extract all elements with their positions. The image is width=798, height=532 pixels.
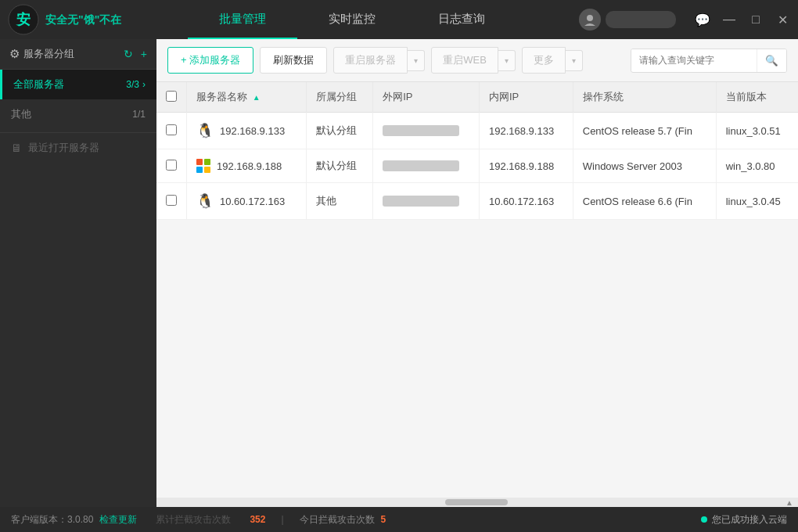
all-servers-arrow: › [142, 79, 146, 90]
refresh-data-button[interactable]: 刷新数据 [260, 47, 327, 74]
row-checkbox[interactable] [166, 195, 177, 206]
svg-text:安: 安 [16, 11, 31, 27]
other-group-label: 其他 [11, 107, 31, 121]
minimize-button[interactable]: — [721, 13, 737, 27]
today-attack-label: 今日拦截攻击次数 [300, 513, 375, 527]
more-button[interactable]: 更多 [522, 47, 566, 74]
row-lan-ip: 192.168.9.133 [480, 113, 573, 149]
row-server-name: 192.168.9.188 [187, 149, 307, 183]
divider-bar: | [281, 514, 283, 525]
th-lan-ip: 内网IP [480, 82, 573, 113]
row-version: linux_3.0.45 [716, 183, 798, 220]
linux-icon: 🐧 [196, 192, 214, 210]
content-area: + 添加服务器 刷新数据 重启服务器 ▾ 重启WEB ▾ 更多 ▾ 🔍 [156, 39, 798, 507]
th-version: 当前版本 [716, 82, 798, 113]
search-box: 🔍 [631, 49, 787, 73]
client-version: 客户端版本：3.0.80 [11, 513, 93, 527]
scroll-up-arrow[interactable]: ▲ [785, 498, 793, 507]
row-checkbox-cell [156, 113, 187, 149]
server-group-icon: ⚙ [9, 47, 20, 61]
row-wan-ip: 000.000.000.000 [373, 113, 480, 149]
status-left: 客户端版本：3.0.80 检查更新 累计拦截攻击次数 352 | 今日拦截攻击次… [11, 513, 386, 527]
maximize-button[interactable]: □ [748, 13, 764, 27]
app-logo-icon: 安 [8, 4, 39, 35]
row-server-name: 🐧192.168.9.133 [187, 113, 307, 149]
toolbar: + 添加服务器 刷新数据 重启服务器 ▾ 重启WEB ▾ 更多 ▾ 🔍 [156, 39, 798, 82]
monitor-icon: 🖥 [11, 142, 22, 154]
sidebar-item-all-servers[interactable]: 全部服务器 3/3 › [0, 70, 156, 99]
total-attack-count: 352 [250, 514, 265, 525]
linux-icon: 🐧 [196, 122, 214, 139]
row-checkbox[interactable] [166, 124, 177, 135]
status-right: 您已成功接入云端 [701, 513, 787, 527]
windows-icon [196, 159, 210, 173]
reboot-server-dropdown[interactable]: ▾ [408, 50, 425, 71]
row-group: 默认分组 [306, 149, 372, 183]
title-right: 💬 — □ ✕ [579, 9, 790, 31]
th-checkbox [156, 82, 187, 113]
row-lan-ip: 10.60.172.163 [480, 183, 573, 220]
all-servers-label: 全部服务器 [13, 77, 64, 92]
more-dropdown[interactable]: ▾ [566, 50, 583, 71]
all-servers-count: 3/3 › [126, 79, 146, 90]
check-update-link[interactable]: 检查更新 [99, 513, 137, 527]
chat-button[interactable]: 💬 [695, 13, 710, 27]
th-group: 所属分组 [306, 82, 372, 113]
tab-batch-manage[interactable]: 批量管理 [188, 1, 297, 39]
row-wan-ip: 000.000.000.000 [373, 149, 480, 183]
add-group-button[interactable]: + [141, 48, 147, 60]
add-server-button[interactable]: + 添加服务器 [167, 47, 253, 74]
other-group-count: 1/1 [132, 109, 146, 120]
row-checkbox[interactable] [166, 160, 177, 171]
app-logo-text: 安全无"饿"不在 [45, 13, 121, 27]
row-checkbox-cell [156, 183, 187, 220]
sidebar-recent-servers[interactable]: 🖥 最近打开服务器 [0, 132, 156, 163]
recent-servers-label: 最近打开服务器 [28, 141, 99, 155]
avatar [579, 9, 601, 31]
user-area [579, 9, 676, 31]
select-all-checkbox[interactable] [166, 91, 177, 102]
table-row: 🐧192.168.9.133默认分组000.000.000.000192.168… [156, 113, 798, 149]
th-wan-ip: 外网IP [373, 82, 480, 113]
search-input[interactable] [631, 49, 757, 71]
today-attack-count: 5 [381, 514, 386, 525]
row-server-name: 🐧10.60.172.163 [187, 183, 307, 220]
row-group: 默认分组 [306, 113, 372, 149]
status-divider-1: 累计拦截攻击次数 [156, 513, 231, 527]
status-bar: 客户端版本：3.0.80 检查更新 累计拦截攻击次数 352 | 今日拦截攻击次… [0, 507, 798, 532]
table-row: 🐧10.60.172.163其他000.000.000.00010.60.172… [156, 183, 798, 220]
sidebar-item-other[interactable]: 其他 1/1 [0, 99, 156, 129]
sidebar-group-title: ⚙ 服务器分组 [9, 47, 74, 61]
sidebar-header: ⚙ 服务器分组 ↻ + [0, 39, 156, 70]
horizontal-scrollbar[interactable]: ▲ [156, 498, 798, 507]
reboot-web-button[interactable]: 重启WEB [431, 47, 498, 74]
online-text: 您已成功接入云端 [712, 513, 787, 527]
server-group-label: 服务器分组 [23, 47, 74, 61]
tab-log-query[interactable]: 日志查询 [407, 1, 516, 39]
row-version: win_3.0.80 [716, 149, 798, 183]
window-controls: 💬 — □ ✕ [695, 13, 790, 27]
sidebar: ⚙ 服务器分组 ↻ + 全部服务器 3/3 › 其他 1/1 🖥 最近打开服务器 [0, 39, 156, 507]
row-os: CentOS release 5.7 (Fin [573, 113, 716, 149]
tab-realtime-monitor[interactable]: 实时监控 [297, 1, 407, 39]
title-bar: 安 安全无"饿"不在 批量管理 实时监控 日志查询 💬 — □ ✕ [0, 0, 798, 39]
row-os: CentOS release 6.6 (Fin [573, 183, 716, 220]
reboot-server-button[interactable]: 重启服务器 [333, 47, 408, 74]
close-button[interactable]: ✕ [775, 13, 790, 27]
table-row: 192.168.9.188默认分组000.000.000.000192.168.… [156, 149, 798, 183]
reboot-web-split-button: 重启WEB ▾ [431, 47, 516, 74]
reboot-server-split-button: 重启服务器 ▾ [333, 47, 425, 74]
th-server-name: 服务器名称 ▲ [187, 82, 307, 113]
row-os: Windows Server 2003 [573, 149, 716, 183]
reboot-web-dropdown[interactable]: ▾ [498, 50, 516, 71]
server-table-body: 🐧192.168.9.133默认分组000.000.000.000192.168… [156, 113, 798, 220]
row-group: 其他 [306, 183, 372, 220]
row-version: linux_3.0.51 [716, 113, 798, 149]
refresh-groups-button[interactable]: ↻ [124, 48, 133, 60]
th-os: 操作系统 [573, 82, 716, 113]
search-button[interactable]: 🔍 [757, 49, 786, 72]
table-container: 服务器名称 ▲ 所属分组 外网IP 内网IP 操作系统 当前版本 🐧192.16… [156, 82, 798, 498]
main-layout: ⚙ 服务器分组 ↻ + 全部服务器 3/3 › 其他 1/1 🖥 最近打开服务器 [0, 39, 798, 507]
row-wan-ip: 000.000.000.000 [373, 183, 480, 220]
online-indicator [701, 516, 707, 523]
